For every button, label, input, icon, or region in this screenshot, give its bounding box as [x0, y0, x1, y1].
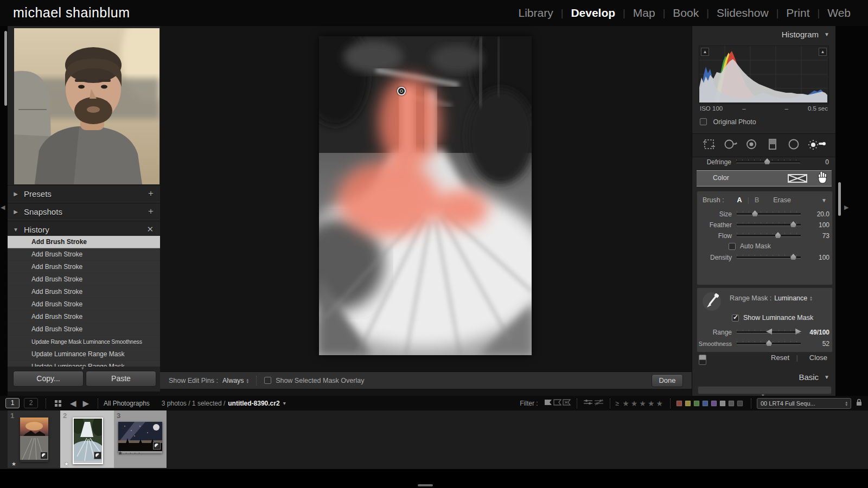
edited-filter-icon[interactable]: [583, 399, 593, 408]
create-preset-button[interactable]: +: [148, 188, 154, 199]
thumbnail-3[interactable]: 3 ★ · · · ·: [114, 410, 167, 468]
color-chip[interactable]: [728, 400, 735, 407]
spot-removal-tool-icon[interactable]: [723, 138, 737, 153]
brush-a-button[interactable]: A: [737, 196, 742, 204]
module-slideshow[interactable]: Slideshow: [717, 7, 769, 20]
brush-erase-button[interactable]: Erase: [773, 196, 791, 204]
rating-filter-stars[interactable]: ★★★★★: [622, 399, 665, 408]
color-label-filter[interactable]: [676, 400, 745, 407]
collapsed-panel-bar[interactable]: [698, 386, 832, 394]
module-develop[interactable]: Develop: [571, 7, 615, 20]
flow-slider[interactable]: [737, 235, 801, 237]
module-map[interactable]: Map: [633, 7, 655, 20]
module-web[interactable]: Web: [827, 7, 851, 20]
highlight-clipping-button[interactable]: ▲: [819, 48, 827, 56]
history-item[interactable]: Update Range Mask Luminance Smoothness: [8, 336, 160, 348]
history-item[interactable]: Add Brush Stroke: [8, 323, 160, 336]
color-chip[interactable]: [719, 400, 726, 407]
adjustment-badge-icon[interactable]: [153, 442, 161, 450]
right-scrollbar[interactable]: [838, 182, 841, 216]
filter-preset-select[interactable]: 00 LRT4 Full Sequ... ▴▾: [757, 398, 851, 409]
history-item[interactable]: Add Brush Stroke: [8, 248, 160, 261]
reset-button[interactable]: Reset: [771, 354, 789, 362]
source-label[interactable]: All Photographs: [104, 400, 150, 407]
adjustment-brush-tool-icon[interactable]: [808, 138, 826, 153]
close-button[interactable]: Close: [809, 354, 827, 362]
color-row[interactable]: Color: [697, 170, 832, 187]
photo-canvas[interactable]: [319, 36, 532, 355]
thumbnail-rating[interactable]: ★ · · · ·: [118, 450, 141, 456]
density-slider[interactable]: [737, 256, 801, 259]
auto-mask-checkbox[interactable]: [729, 243, 736, 250]
secondary-view-button[interactable]: 2: [24, 398, 38, 408]
history-item[interactable]: Add Brush Stroke: [8, 286, 160, 298]
original-photo-checkbox[interactable]: [700, 118, 707, 125]
color-chip[interactable]: [693, 400, 700, 407]
mask-overlay-checkbox[interactable]: [264, 377, 271, 384]
crop-tool-icon[interactable]: [702, 138, 716, 153]
filename-caret-icon[interactable]: ▾: [283, 400, 286, 406]
snapshots-header[interactable]: ▶ Snapshots +: [8, 203, 160, 220]
filename-menu[interactable]: untitled-8390.cr2: [228, 400, 279, 407]
color-swatch[interactable]: [788, 174, 807, 185]
clear-history-button[interactable]: ✕: [146, 224, 154, 234]
thumbnail-rating[interactable]: ★: [11, 461, 17, 467]
module-book[interactable]: Book: [673, 7, 699, 20]
panel-enable-switch[interactable]: [699, 355, 706, 365]
loupe-view-button[interactable]: 1: [5, 398, 20, 408]
color-chip[interactable]: [711, 400, 717, 407]
history-item[interactable]: Update Luminance Range Mask: [8, 348, 160, 361]
show-luminance-mask-checkbox[interactable]: [732, 314, 739, 322]
luminance-eyedropper-icon[interactable]: [701, 291, 722, 314]
history-item[interactable]: Add Brush Stroke: [8, 236, 160, 248]
adjustment-badge-icon[interactable]: [40, 452, 48, 459]
history-item[interactable]: Add Brush Stroke: [8, 298, 160, 311]
color-chip[interactable]: [676, 400, 682, 407]
create-snapshot-button[interactable]: +: [148, 206, 154, 217]
flag-unflagged-filter-icon[interactable]: [553, 399, 562, 408]
histogram-canvas[interactable]: ▲ ▲: [699, 46, 829, 104]
copy-button[interactable]: Copy...: [13, 371, 84, 387]
edit-pin[interactable]: [397, 87, 406, 95]
unedited-filter-icon[interactable]: [593, 399, 604, 408]
history-item[interactable]: Add Brush Stroke: [8, 261, 160, 273]
history-item[interactable]: Add Brush Stroke: [8, 311, 160, 323]
range-mask-select[interactable]: Luminance: [774, 294, 807, 302]
graduated-filter-tool-icon[interactable]: [765, 138, 780, 153]
edit-pins-select[interactable]: Always: [222, 377, 244, 384]
rating-operator[interactable]: ≥: [616, 400, 620, 407]
brush-b-button[interactable]: B: [755, 196, 759, 204]
next-photo-button[interactable]: ▶: [83, 399, 90, 408]
module-library[interactable]: Library: [519, 7, 553, 20]
defringe-slider[interactable]: [736, 161, 800, 163]
radial-filter-tool-icon[interactable]: [787, 138, 801, 153]
panel-resize-caret[interactable]: ▾: [81, 365, 84, 371]
shadow-clipping-button[interactable]: ▲: [701, 48, 709, 56]
flag-reject-filter-icon[interactable]: [562, 399, 571, 408]
range-slider[interactable]: [737, 331, 801, 333]
done-button[interactable]: Done: [652, 374, 683, 387]
color-chip[interactable]: [685, 400, 691, 407]
thumbnail-1[interactable]: 1 ★: [8, 410, 61, 468]
flag-pick-filter-icon[interactable]: [544, 399, 553, 408]
paste-button[interactable]: Paste: [86, 371, 156, 387]
thumbnail-rating[interactable]: ★: [64, 461, 69, 467]
size-slider[interactable]: [737, 213, 801, 215]
color-chip[interactable]: [702, 400, 709, 407]
presets-header[interactable]: ▶ Presets +: [8, 185, 160, 202]
thumbnail-2[interactable]: 2 ★: [60, 410, 114, 468]
right-collapse-arrow[interactable]: ▶: [844, 204, 848, 211]
red-eye-tool-icon[interactable]: [744, 138, 758, 153]
filter-lock-icon[interactable]: [856, 399, 863, 408]
left-scrollbar[interactable]: [4, 31, 7, 106]
module-print[interactable]: Print: [786, 7, 809, 20]
grid-view-icon[interactable]: [55, 400, 61, 407]
history-item[interactable]: Add Brush Stroke: [8, 273, 160, 286]
adjustment-badge-icon[interactable]: [94, 452, 101, 459]
resize-handle[interactable]: [418, 484, 433, 486]
smoothness-slider[interactable]: [737, 343, 801, 345]
previous-photo-button[interactable]: ◀: [70, 399, 76, 408]
feather-slider[interactable]: [737, 224, 801, 226]
color-chip[interactable]: [737, 400, 743, 407]
basic-header[interactable]: Basic ▼: [692, 370, 836, 384]
